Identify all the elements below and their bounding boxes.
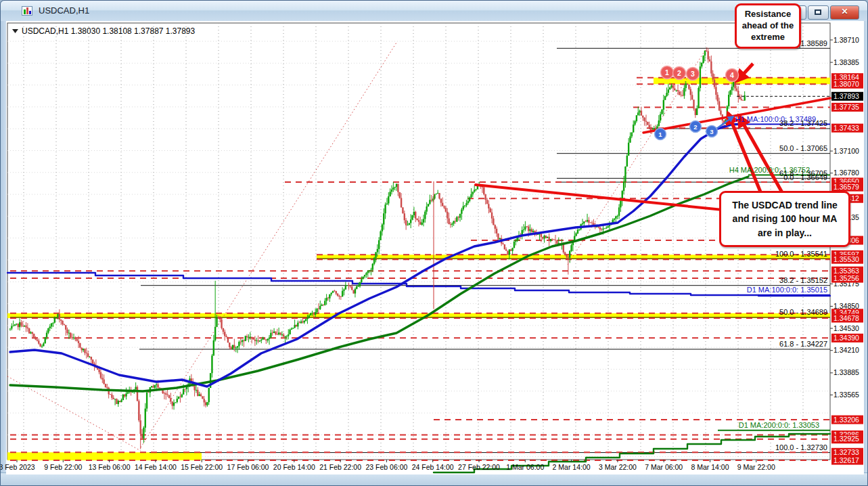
date-label: 20 Feb 14:00 (273, 463, 315, 471)
date-label: 15 Feb 22:00 (181, 463, 223, 471)
date-label: 8 Feb 2023 (1, 463, 35, 471)
price-alert-label: 1.32925 (833, 435, 859, 443)
price-alert-label: 1.32733 (833, 448, 859, 456)
date-label: 9 Feb 22:00 (44, 463, 82, 471)
ma-label: D1 MA:100:0:0: 1.35015 (747, 286, 827, 294)
price-label: 1.37100 (833, 147, 859, 155)
fib-label: 61.8 - 1.34227 (779, 340, 827, 348)
mt4-window: USDCAD,H1 ✕ 1234123100.0 - 1.3858938.2 -… (0, 0, 868, 486)
fib-label: 50.0 - 1.37065 (779, 144, 827, 152)
date-label: 2 Mar 14:00 (553, 463, 591, 471)
ma-label: H1 MA:100:0:0: 1.37489 (735, 115, 816, 123)
current-price-label: 1.37893 (833, 92, 859, 100)
date-label: 13 Feb 06:00 (89, 463, 131, 471)
price-alert-label: 1.36579 (833, 183, 859, 191)
red-circle-number: 1 (665, 68, 669, 76)
date-label: 1 Mar 06:00 (506, 463, 544, 471)
ma-label: D1 MA:200:0:0: 1.33053 (739, 421, 819, 429)
price-alert-label: 1.38070 (833, 80, 859, 88)
chart-canvas[interactable]: 1234123100.0 - 1.3858938.2 - 1.3742550.0… (1, 21, 868, 474)
date-label: 8 Mar 14:00 (691, 463, 729, 471)
ohlc-values: USDCAD,H1 1.38030 1.38108 1.37887 1.3789… (22, 26, 196, 36)
close-button[interactable]: ✕ (830, 5, 859, 20)
price-alert-label: 1.37735 (833, 103, 859, 111)
date-label: 24 Feb 14:00 (412, 463, 454, 471)
ma-label: H4 MA:200:0:0: 1.36752 (729, 166, 810, 174)
date-label: 9 Mar 22:00 (737, 463, 775, 471)
close-icon: ✕ (831, 7, 859, 16)
fib-label: 50.0 - 1.34689 (779, 308, 827, 316)
date-label: 7 Mar 06:00 (645, 463, 683, 471)
price-label: 1.38385 (833, 58, 859, 66)
fib-label: 0.0 - 1.36649 (783, 173, 827, 181)
price-label: 1.34210 (833, 346, 859, 354)
price-alert-label: 1.35530 (833, 255, 859, 263)
price-label: 1.38710 (833, 36, 859, 44)
red-circle-number: 4 (730, 71, 734, 79)
date-label: 27 Feb 22:00 (458, 463, 500, 471)
price-alert-label: 1.34390 (833, 334, 859, 342)
trendline-annotation[interactable]: The USDCAD trend line and rising 100 hou… (719, 191, 850, 247)
blue-circle-number: 1 (658, 131, 662, 138)
price-label: 1.36780 (833, 169, 859, 177)
date-label: 21 Feb 22:00 (319, 463, 361, 471)
blue-circle-number: 3 (710, 128, 713, 135)
resistance-annotation[interactable]: Resistance ahead of the extreme (735, 3, 801, 49)
fib-label: 100.0 - 1.32730 (775, 443, 827, 451)
date-label: 17 Feb 06:00 (227, 463, 269, 471)
fib-label: 100.0 - 1.35541 (775, 250, 827, 258)
maximize-button[interactable] (808, 5, 829, 20)
red-circle-number: 3 (691, 70, 695, 78)
price-alert-label: 1.34678 (833, 314, 859, 322)
price-alert-label: 1.37433 (833, 124, 859, 132)
maximize-icon (815, 9, 821, 15)
chart-window-icon (22, 6, 32, 16)
date-label: 23 Feb 06:00 (365, 463, 407, 471)
price-alert-label: 1.32617 (833, 456, 859, 464)
ohlc-readout: USDCAD,H1 1.38030 1.38108 1.37887 1.3789… (12, 26, 196, 36)
price-alert-label: 1.33206 (833, 416, 859, 424)
fib-label: 38.2 - 1.35152 (779, 276, 827, 284)
price-label: 1.34530 (833, 324, 859, 332)
date-label: 14 Feb 14:00 (135, 463, 177, 471)
support-resistance-zone[interactable] (7, 452, 202, 460)
price-alert-label: 1.35256 (833, 274, 859, 282)
price-label: 1.33885 (833, 368, 859, 376)
price-label: 1.33565 (833, 391, 859, 399)
window-title: USDCAD,H1 (39, 5, 89, 16)
red-circle-number: 2 (677, 69, 681, 77)
date-label: 3 Mar 22:00 (599, 463, 637, 471)
blue-circle-number: 2 (693, 123, 697, 131)
